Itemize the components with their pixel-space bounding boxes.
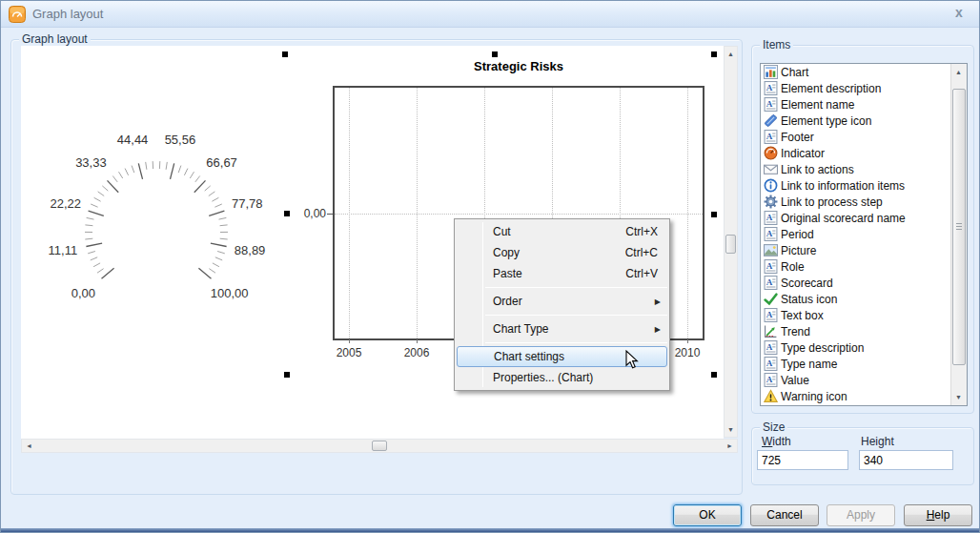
list-item-label: Scorecard [781,277,833,290]
text-element-icon: A [764,97,778,112]
x-axis-tick [417,339,418,343]
selection-handle[interactable] [284,211,290,216]
y-axis-label: 0,00 [304,207,326,220]
text-element-icon: A [764,357,778,371]
canvas-horizontal-scrollbar[interactable]: ◄ ► [21,439,738,453]
list-item-label: Picture [781,244,816,257]
menu-item-cut[interactable]: CutCtrl+X [455,221,669,242]
mail-icon [764,162,778,176]
menu-item-label: Chart settings [494,350,564,363]
list-item-warning-icon[interactable]: Warning icon [761,388,967,404]
list-item-element-name[interactable]: AElement name [761,96,967,113]
text-element-icon: A [764,340,778,355]
list-item-element-description[interactable]: AElement description [761,80,967,96]
chart-gridline-horizontal [335,214,703,215]
help-button[interactable]: Help [904,504,972,526]
menu-item-shortcut: Ctrl+V [625,267,658,280]
list-item-link-to-process-step[interactable]: Link to process step [761,194,967,210]
gauge-scale-label: 33,33 [75,155,107,170]
items-panel: Items ▲ ▼ ChartAElement descriptionAElem… [751,45,974,414]
ruler-icon [764,113,778,128]
selection-handle[interactable] [711,372,717,378]
list-item-picture[interactable]: Picture [761,242,967,258]
menu-separator [485,287,667,288]
width-field[interactable] [757,450,848,470]
scroll-up-icon[interactable]: ▲ [952,66,965,78]
gauge-scale-label: 55,56 [165,133,196,147]
svg-text:A: A [766,261,773,271]
list-item-trend[interactable]: Trend [761,323,967,339]
ok-button[interactable]: OK [673,504,742,526]
list-item-link-to-information-items[interactable]: Link to information items [761,177,967,194]
height-label: Height [861,435,894,448]
text-element-icon: A [764,373,778,387]
list-item-element-type-icon[interactable]: Element type icon [761,113,967,129]
scroll-down-icon[interactable]: ▼ [952,391,965,403]
gauge-scale-label: 0,00 [71,286,95,300]
svg-text:A: A [766,359,773,368]
x-axis-tick [687,339,688,343]
items-list[interactable]: ▲ ▼ ChartAElement descriptionAElement na… [760,63,968,406]
list-item-label: Role [781,260,805,274]
list-item-period[interactable]: APeriod [761,226,967,242]
list-item-status-icon[interactable]: Status icon [761,291,967,307]
apply-button[interactable]: Apply [827,504,895,526]
selection-handle[interactable] [711,212,717,217]
list-item-text-box[interactable]: AText box [761,307,967,323]
horizontal-scroll-thumb[interactable] [372,441,387,451]
selection-handle[interactable] [282,51,288,57]
list-item-label: Status icon [781,293,837,306]
gauge-scale-label: 77,78 [232,196,263,211]
list-item-type-description[interactable]: AType description [761,339,967,356]
scroll-right-icon[interactable]: ► [724,440,736,452]
scroll-left-icon[interactable]: ◄ [23,440,35,452]
svg-text:A: A [766,83,773,92]
svg-text:A: A [766,229,773,238]
scroll-down-icon[interactable]: ▼ [725,423,737,436]
list-item-scorecard[interactable]: AScorecard [761,275,967,291]
menu-item-chart-settings[interactable]: Chart settings [457,346,667,367]
menu-item-copy[interactable]: CopyCtrl+C [455,242,669,263]
list-item-footer[interactable]: AFooter [761,129,967,145]
menu-item-chart-type[interactable]: Chart Type▶ [455,318,669,339]
menu-item-paste[interactable]: PasteCtrl+V [455,263,669,284]
menu-item-properties-chart[interactable]: Properties... (Chart) [455,367,669,388]
selection-handle[interactable] [492,51,498,57]
canvas-vertical-scrollbar[interactable]: ▲ ▼ [724,46,738,438]
selection-handle[interactable] [711,51,717,57]
svg-text:A: A [766,99,773,109]
list-item-link-to-actions[interactable]: Link to actions [761,161,967,177]
list-item-label: Element description [781,82,881,95]
cancel-button[interactable]: Cancel [750,504,819,526]
list-item-label: Footer [781,131,814,144]
text-element-icon: A [764,81,778,95]
list-item-label: Type description [781,341,864,355]
picture-icon [764,243,778,257]
scroll-up-icon[interactable]: ▲ [725,48,737,60]
list-item-original-scorecard-name[interactable]: AOriginal scorecard name [761,210,967,226]
gauge-scale-label: 22,22 [51,196,82,211]
items-list-scrollbar[interactable]: ▲ ▼ [950,64,967,405]
graph-layout-group-label: Graph layout [19,32,91,46]
list-item-role[interactable]: ARole [761,258,967,275]
list-item-value[interactable]: AValue [761,372,967,388]
text-element-icon: A [764,276,778,290]
gauge-scale-label: 44,44 [117,133,149,147]
text-element-icon: A [764,259,778,274]
list-item-type-name[interactable]: AType name [761,356,967,372]
text-element-icon: A [764,308,778,322]
list-item-indicator[interactable]: Indicator [761,145,967,161]
items-scroll-thumb[interactable] [952,89,966,365]
menu-item-shortcut: Ctrl+X [625,225,658,238]
menu-item-order[interactable]: Order▶ [455,291,669,312]
list-item-chart[interactable]: Chart [761,64,967,80]
list-item-label: Element name [781,98,854,112]
y-axis-tick [327,214,333,215]
graph-layout-dialog: Graph layout x Graph layout 0,0011,1122,… [0,0,980,533]
titlebar[interactable]: Graph layout x [1,1,979,28]
selection-handle[interactable] [284,372,290,378]
text-element-icon: A [764,211,778,225]
height-field[interactable] [859,450,953,470]
vertical-scroll-thumb[interactable] [725,235,736,254]
close-icon[interactable]: x [951,5,967,21]
